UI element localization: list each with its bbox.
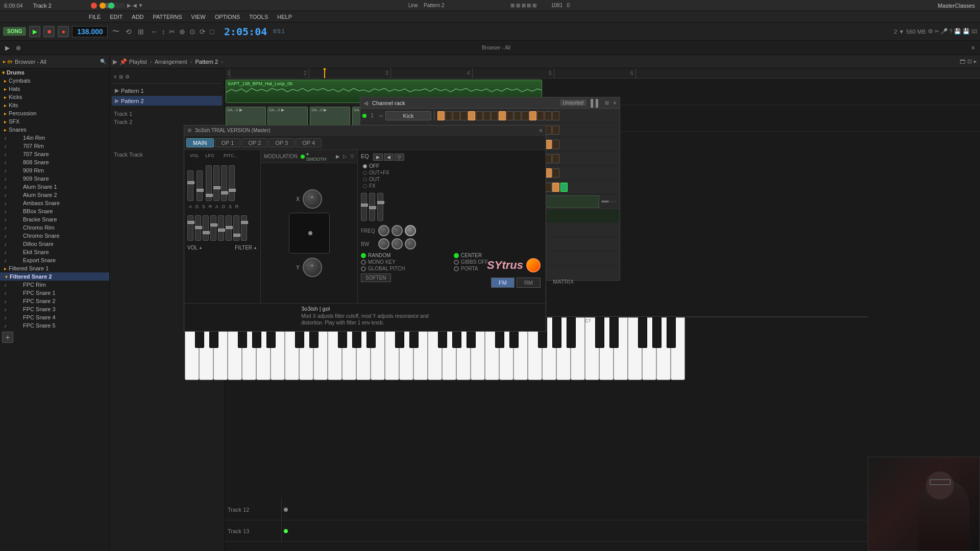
sidebar-item-fpc-snare-2[interactable]: ♪FPC Snare 2 <box>0 297 109 305</box>
sidebar-item-snares[interactable]: ▸Snares <box>0 126 109 134</box>
freq-knob-3[interactable] <box>405 225 416 236</box>
vol-slider[interactable] <box>187 170 193 201</box>
pad-0-4[interactable] <box>468 111 475 120</box>
play-button[interactable]: ▶ <box>29 26 40 37</box>
record-button[interactable]: ● <box>58 26 69 37</box>
sidebar-item-fpc-snare-4[interactable]: ♪FPC Snare 4 <box>0 313 109 321</box>
rm-button[interactable]: RM <box>517 278 541 288</box>
tab-op2[interactable]: OP 2 <box>241 138 267 147</box>
freq-knob-1[interactable] <box>378 225 389 236</box>
sidebar-item-export-snare[interactable]: ♪Export Snare <box>0 256 109 264</box>
pad-0-8[interactable] <box>499 111 506 120</box>
sidebar-item-percussion[interactable]: ▸Percussion <box>0 109 109 117</box>
minimize-button[interactable] <box>100 3 106 9</box>
playhead[interactable] <box>324 68 325 78</box>
pad-0-5[interactable] <box>476 111 483 120</box>
channel-minus-0[interactable]: − <box>378 112 384 120</box>
smooth-button[interactable]: ● SMOOTH <box>301 152 330 162</box>
soften-button[interactable]: SOFTEN <box>361 273 391 282</box>
pad-0-10[interactable] <box>514 111 521 120</box>
toolbar2-close[interactable]: × <box>969 43 977 53</box>
black-key-4-0[interactable] <box>595 317 604 348</box>
menu-view[interactable]: VIEW <box>187 13 210 21</box>
sidebar-item-ambass-snare[interactable]: ♪Ambass Snare <box>0 199 109 207</box>
channel-scroll[interactable] <box>601 201 617 203</box>
sidebar-item-alum-snare-1[interactable]: ♪Alum Snare 1 <box>0 183 109 191</box>
toolbar2-btn1[interactable]: ▶ <box>3 43 12 53</box>
pad-0-14[interactable] <box>545 111 552 120</box>
menu-tools[interactable]: TOOLS <box>245 13 272 21</box>
pad-5-15[interactable] <box>552 183 559 192</box>
sidebar-item-707-rim[interactable]: ♪707 Rim <box>0 142 109 150</box>
sidebar-root-drums[interactable]: ▾ Drums <box>0 68 109 77</box>
bw-knob-2[interactable] <box>391 238 403 249</box>
tab-op4[interactable]: OP 4 <box>296 138 322 147</box>
track-12-dot[interactable] <box>284 508 288 512</box>
maximize-button[interactable] <box>108 3 114 9</box>
opt-outfx[interactable]: OUT+FX <box>363 170 543 176</box>
radio-global-pitch[interactable]: GLOBAL PITCH <box>361 266 450 271</box>
sidebar-item-cymbals[interactable]: ▸Cymbals <box>0 77 109 85</box>
pad-0-13[interactable] <box>537 111 544 120</box>
sidebar-item-909-snare[interactable]: ♪909 Snare <box>0 174 109 183</box>
sidebar-item-kits[interactable]: ▸Kits <box>0 101 109 109</box>
toolbar2-btn2[interactable]: ⊕ <box>14 43 23 53</box>
x-knob[interactable] <box>303 189 322 209</box>
bw-knob-3[interactable] <box>405 238 416 249</box>
radio-center[interactable]: CENTER <box>454 253 543 258</box>
pattern-item-2[interactable]: ▶ Pattern 2 <box>112 96 222 106</box>
menu-patterns[interactable]: PATTERNS <box>149 13 186 21</box>
pad-0-11[interactable] <box>522 111 529 120</box>
eq-btn1[interactable]: ▶ <box>373 154 383 161</box>
window-controls[interactable] <box>91 3 114 9</box>
close-button[interactable] <box>91 3 97 9</box>
black-key-4-3[interactable] <box>652 317 662 348</box>
black-key-4-2[interactable] <box>638 317 647 348</box>
channel-led-0[interactable] <box>362 114 366 118</box>
black-key-4-4[interactable] <box>667 317 676 348</box>
tab-op1[interactable]: OP 1 <box>215 138 241 147</box>
black-key-3-4[interactable] <box>567 317 576 348</box>
sidebar-item-bbox-snare[interactable]: ♪BBox Snare <box>0 207 109 215</box>
sidebar-item-alum-snare-2[interactable]: ♪Alum Snare 2 <box>0 191 109 199</box>
eq-btn3[interactable]: ▽ <box>395 154 404 161</box>
sidebar-item-fpc-snare-1[interactable]: ♪FPC Snare 1 <box>0 289 109 297</box>
pad-4-15[interactable] <box>552 168 559 178</box>
pad-2-15[interactable] <box>552 140 559 149</box>
sidebar-item-kicks[interactable]: ▸Kicks <box>0 93 109 101</box>
sidebar-item-ekit-snare[interactable]: ♪Ekit Snare <box>0 248 109 256</box>
menu-help[interactable]: HELP <box>273 13 296 21</box>
pad-0-15[interactable] <box>552 111 559 120</box>
sidebar-item-chromo-rim[interactable]: ♪Chromo Rim <box>0 223 109 232</box>
black-key-3-3[interactable] <box>552 317 561 348</box>
opt-off[interactable]: OFF <box>363 163 543 169</box>
opt-out[interactable]: OUT <box>363 177 543 182</box>
pad-0-7[interactable] <box>491 111 498 120</box>
channel-name-0[interactable]: Kick <box>385 111 431 120</box>
sidebar-item-808-snare[interactable]: ♪808 Snare <box>0 158 109 166</box>
sidebar-item-filtered-snare-2[interactable]: ▾Filtered Snare 2 <box>0 272 109 281</box>
sidebar-item-bracke-snare[interactable]: ♪Bracke Snare <box>0 215 109 223</box>
tab-op3[interactable]: OP 3 <box>268 138 295 147</box>
song-button[interactable]: SONG <box>3 27 26 36</box>
channel-green-pad[interactable] <box>560 183 568 192</box>
sidebar-item-filtered-snare-1[interactable]: ▸Filtered Snare 1 <box>0 264 109 272</box>
xy-pad[interactable] <box>289 213 330 254</box>
pad-0-6[interactable] <box>483 111 491 120</box>
tab-main[interactable]: MAIN <box>186 138 214 147</box>
add-item-button[interactable]: + <box>2 332 13 343</box>
sidebar-item-fpc-snare-5[interactable]: ♪FPC Snare 5 <box>0 321 109 330</box>
pad-0-2[interactable] <box>453 111 460 120</box>
pad-0-9[interactable] <box>506 111 513 120</box>
black-key-4-1[interactable] <box>609 317 619 348</box>
bw-knob-1[interactable] <box>378 238 389 249</box>
stop-button[interactable]: ■ <box>43 26 55 37</box>
sidebar-item-14in-rim[interactable]: ♪14in Rim <box>0 134 109 142</box>
pattern-item-1[interactable]: ▶ Pattern 1 <box>112 86 222 95</box>
menu-edit[interactable]: EDIT <box>106 13 127 21</box>
channel-rack-bars[interactable]: ▌▌ <box>591 99 601 107</box>
sidebar-item-hats[interactable]: ▸Hats <box>0 85 109 93</box>
lfo-slider[interactable] <box>197 170 203 201</box>
bpm-display[interactable]: 138.000 <box>72 26 108 37</box>
radio-random[interactable]: RANDOM <box>361 253 450 258</box>
